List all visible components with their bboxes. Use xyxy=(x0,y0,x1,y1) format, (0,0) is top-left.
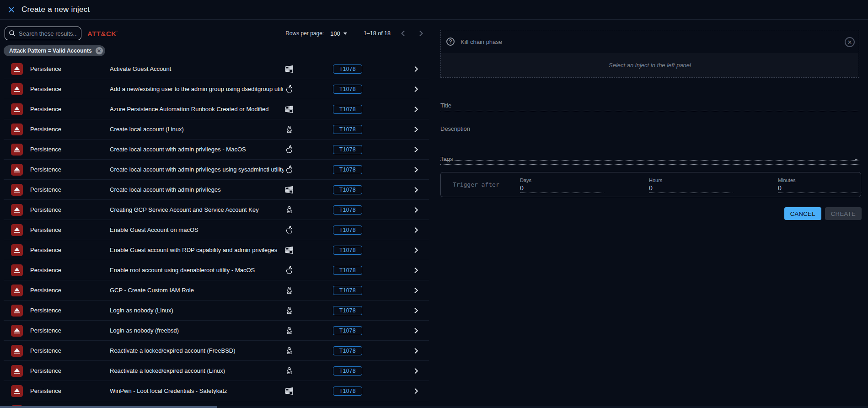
inject-title-cell: Create local account with admin privileg… xyxy=(110,146,284,153)
horizontal-scrollbar[interactable] xyxy=(0,406,868,408)
chevron-right-icon[interactable] xyxy=(414,106,418,113)
title-input[interactable]: Title xyxy=(440,99,859,111)
inject-row[interactable]: Persistence Creating GCP Service Account… xyxy=(4,200,429,220)
inject-row[interactable]: Persistence Login as nobody (freebsd) xyxy=(4,321,429,341)
technique-badge: T1078 xyxy=(333,165,362,174)
chevron-right-icon[interactable] xyxy=(414,126,418,133)
dialog-header: Create a new inject xyxy=(0,0,868,20)
inject-title-cell: Azure Persistence Automation Runbook Cre… xyxy=(110,106,284,113)
inject-row[interactable]: Persistence Add a new/existing user to t… xyxy=(4,79,429,99)
inject-row[interactable]: Persistence GCP - Create Custom IAM Role xyxy=(4,280,429,301)
inject-row[interactable]: Persistence Create local account with ad… xyxy=(4,180,429,200)
inject-row[interactable]: Persistence Reactivate a locked/expired … xyxy=(4,341,429,361)
technique-badge: T1078 xyxy=(333,306,362,315)
minutes-input[interactable]: 0 xyxy=(778,184,862,193)
technique-badge: T1078 xyxy=(333,346,362,355)
chevron-right-icon[interactable] xyxy=(414,146,418,153)
inject-title-cell: Login as nobody (freebsd) xyxy=(110,327,284,334)
chevron-right-icon[interactable] xyxy=(414,166,418,173)
cancel-button[interactable]: CANCEL xyxy=(784,207,821,220)
kill-chain-phase-cell: Persistence xyxy=(30,226,110,233)
technique-badge: T1078 xyxy=(333,125,362,134)
hours-input[interactable]: 0 xyxy=(649,184,733,193)
kill-chain-phase-cell: Persistence xyxy=(30,387,110,394)
help-icon: ? xyxy=(446,38,455,46)
inject-row[interactable]: Persistence Login as nobody (Linux) xyxy=(4,301,429,321)
search-icon xyxy=(9,30,16,39)
trigger-minutes-field: Minutes 0 xyxy=(778,176,862,193)
create-button[interactable]: CREATE xyxy=(825,207,862,220)
chevron-right-icon[interactable] xyxy=(414,307,418,314)
filter-chip[interactable]: Attack Pattern = Valid Accounts ✕ xyxy=(4,45,105,56)
chevron-right-icon[interactable] xyxy=(414,247,418,253)
inject-picker-panel: ATT&CK' Rows per page: 100 1–18 of 18 At… xyxy=(0,20,434,407)
technique-badge: T1078 xyxy=(333,64,362,74)
windows-icon xyxy=(284,64,294,74)
inject-row[interactable]: Persistence Activate Guest Account xyxy=(4,59,429,79)
days-label: Days xyxy=(520,177,604,183)
filter-chip-label: Attack Pattern = Valid Accounts xyxy=(9,48,92,54)
inject-row[interactable]: Persistence WinPwn - Loot local Credenti… xyxy=(4,381,429,401)
kill-chain-phase-cell: Persistence xyxy=(30,86,110,92)
hours-label: Hours xyxy=(649,177,733,183)
previous-page-button[interactable] xyxy=(397,27,409,39)
kill-chain-phase-cell: Persistence xyxy=(30,166,110,173)
empty-selection-area: Select an inject in the left panel xyxy=(441,53,858,77)
list-toolbar: ATT&CK' Rows per page: 100 1–18 of 18 xyxy=(5,27,430,40)
chevron-right-icon[interactable] xyxy=(414,227,418,233)
next-page-button[interactable] xyxy=(415,27,427,39)
attack-logo: ATT&CK' xyxy=(87,30,118,38)
chevron-right-icon[interactable] xyxy=(414,348,418,354)
chevron-right-icon[interactable] xyxy=(414,86,418,92)
atomic-red-team-icon xyxy=(11,365,23,377)
technique-badge: T1078 xyxy=(333,286,362,295)
chip-remove-icon[interactable]: ✕ xyxy=(96,47,103,54)
chevron-right-icon[interactable] xyxy=(414,66,418,72)
atomic-red-team-icon xyxy=(11,204,23,216)
apple-icon xyxy=(284,84,294,94)
trigger-after-group: Trigger after Days 0 Hours 0 Minutes 0 xyxy=(440,172,861,197)
atomic-red-team-icon xyxy=(11,244,23,256)
atomic-red-team-icon xyxy=(11,264,23,276)
inject-row[interactable]: Persistence Enable root account using ds… xyxy=(4,260,429,280)
chevron-right-icon[interactable] xyxy=(414,327,418,334)
inject-title-cell: Login as nobody (Linux) xyxy=(110,307,284,314)
chevron-right-icon[interactable] xyxy=(414,287,418,294)
chevron-right-icon[interactable] xyxy=(414,207,418,213)
chevron-right-icon[interactable] xyxy=(414,267,418,274)
close-icon[interactable] xyxy=(5,3,18,16)
dialog-title: Create a new inject xyxy=(21,5,90,14)
windows-icon xyxy=(284,386,294,396)
inject-title-cell: Reactivate a locked/expired account (Lin… xyxy=(110,367,284,374)
technique-badge: T1078 xyxy=(333,105,362,114)
technique-badge: T1078 xyxy=(333,185,362,194)
apple-icon xyxy=(284,165,294,175)
atomic-red-team-icon xyxy=(11,305,23,317)
clear-icon[interactable]: ✕ xyxy=(845,37,855,47)
kill-chain-phase-select[interactable]: ? Kill chain phase ✕ Select an inject in… xyxy=(440,30,859,78)
inject-row[interactable]: Persistence Create local account (Linux) xyxy=(4,119,429,140)
rows-per-page-select[interactable]: 100 xyxy=(330,30,347,37)
chevron-right-icon[interactable] xyxy=(414,368,418,374)
inject-row[interactable]: Persistence Enable Guest Account on macO… xyxy=(4,220,429,240)
inject-title-cell: Activate Guest Account xyxy=(110,65,284,72)
linux-icon xyxy=(285,205,294,215)
inject-row[interactable]: Persistence Azure Persistence Automation… xyxy=(4,99,429,119)
windows-icon xyxy=(284,245,294,255)
technique-badge: T1078 xyxy=(333,246,362,255)
kill-chain-phase-cell: Persistence xyxy=(30,287,110,294)
atomic-red-team-icon xyxy=(11,83,23,95)
inject-row[interactable]: Persistence Create local account with ad… xyxy=(4,160,429,180)
inject-row[interactable]: Persistence Reactivate a locked/expired … xyxy=(4,361,429,381)
inject-title-cell: Create local account with admin privileg… xyxy=(110,166,284,173)
days-input[interactable]: 0 xyxy=(520,184,604,193)
tags-input[interactable]: Tags xyxy=(440,155,859,165)
atomic-red-team-icon xyxy=(11,103,23,115)
chevron-right-icon[interactable] xyxy=(414,388,418,394)
inject-row[interactable]: Persistence Create local account with ad… xyxy=(4,140,429,160)
pagination-label: 1–18 of 18 xyxy=(364,30,391,37)
scrollbar-thumb[interactable] xyxy=(0,406,217,408)
search-input[interactable] xyxy=(5,27,81,40)
chevron-right-icon[interactable] xyxy=(414,187,418,193)
inject-row[interactable]: Persistence Enable Guest account with RD… xyxy=(4,240,429,260)
